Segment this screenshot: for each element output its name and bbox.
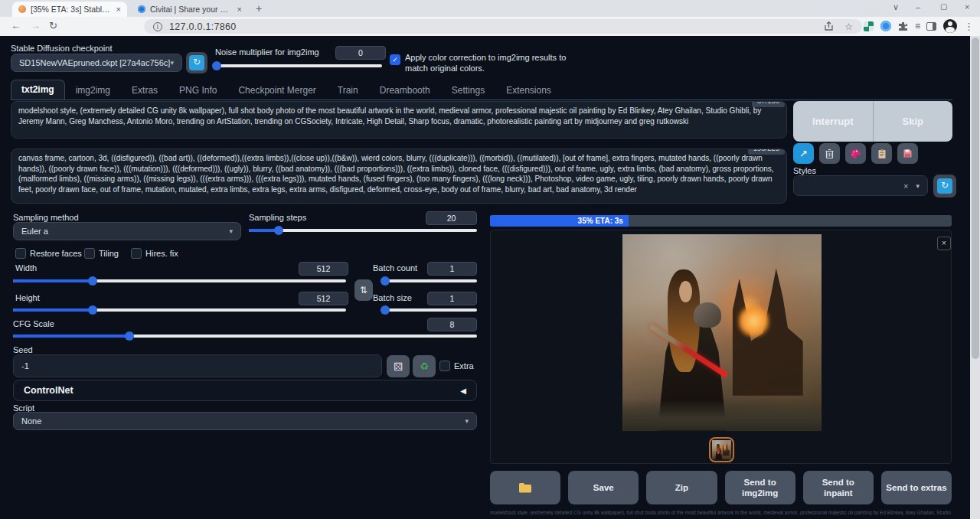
open-folder-button[interactable] bbox=[490, 471, 560, 504]
save-style-button[interactable] bbox=[897, 143, 918, 164]
bookmark-star-icon[interactable]: ☆ bbox=[844, 21, 853, 32]
tab-extras[interactable]: Extras bbox=[121, 81, 168, 100]
batch-size-label: Batch size bbox=[373, 293, 412, 302]
gallery-thumbnail-selected[interactable] bbox=[709, 437, 734, 462]
reading-list-icon[interactable]: ≡ bbox=[915, 21, 920, 31]
share-icon[interactable] bbox=[824, 21, 834, 31]
extension-grid-icon[interactable] bbox=[864, 21, 874, 31]
height-slider[interactable] bbox=[13, 305, 346, 315]
controlnet-accordion[interactable]: ControlNet ◀ bbox=[13, 380, 477, 401]
generated-image[interactable] bbox=[622, 234, 822, 431]
extensions-puzzle-icon[interactable] bbox=[898, 21, 908, 31]
restore-faces-checkbox[interactable] bbox=[15, 248, 26, 259]
tab-png-info[interactable]: PNG Info bbox=[168, 81, 227, 100]
refresh-checkpoint-button[interactable]: ↻ bbox=[186, 52, 207, 73]
batch-size-slider[interactable] bbox=[381, 305, 477, 315]
forward-icon[interactable]: → bbox=[31, 20, 41, 31]
chevron-down-icon: ▾ bbox=[465, 417, 469, 425]
close-icon: × bbox=[942, 239, 946, 247]
prompt-textarea[interactable]: modelshoot style, (extremely detailed CG… bbox=[11, 101, 787, 139]
clear-styles-icon[interactable]: × bbox=[903, 181, 908, 191]
negative-prompt-textarea[interactable]: canvas frame, cartoon, 3d, ((disfigured)… bbox=[11, 149, 787, 204]
window-minimize-button[interactable]: – bbox=[916, 2, 920, 11]
tiling-checkbox[interactable] bbox=[84, 248, 95, 259]
tab-settings[interactable]: Settings bbox=[441, 81, 495, 100]
window-close-button[interactable]: × bbox=[965, 2, 969, 11]
paste-generation-params-button[interactable]: ↗ bbox=[793, 143, 814, 164]
sampling-method-select[interactable]: Euler a ▾ bbox=[13, 222, 241, 240]
swap-width-height-button[interactable]: ⇅ bbox=[354, 279, 373, 301]
collapse-arrow-icon: ◀ bbox=[460, 387, 466, 395]
batch-count-value[interactable]: 1 bbox=[427, 262, 477, 276]
batch-size-value[interactable]: 1 bbox=[427, 292, 477, 305]
scrollbar-thumb[interactable] bbox=[972, 38, 979, 359]
width-value[interactable]: 512 bbox=[299, 262, 348, 276]
new-tab-button[interactable]: + bbox=[256, 2, 262, 15]
tab-dreambooth[interactable]: Dreambooth bbox=[369, 81, 441, 100]
extra-networks-button[interactable] bbox=[845, 143, 866, 164]
tab-close-icon[interactable]: × bbox=[116, 5, 121, 14]
reload-icon[interactable]: ↻ bbox=[49, 20, 57, 31]
color-correction-checkbox[interactable]: ✓ bbox=[390, 54, 400, 65]
cfg-scale-value[interactable]: 8 bbox=[427, 318, 477, 331]
script-select[interactable]: None ▾ bbox=[13, 412, 477, 430]
height-value[interactable]: 512 bbox=[299, 292, 348, 305]
tab-train[interactable]: Train bbox=[327, 81, 369, 100]
close-gallery-button[interactable]: × bbox=[937, 237, 951, 250]
civitai-extension-icon[interactable] bbox=[880, 21, 891, 31]
clear-prompt-button[interactable] bbox=[819, 143, 840, 164]
save-button[interactable]: Save bbox=[568, 471, 639, 504]
sampling-steps-value[interactable]: 20 bbox=[426, 211, 477, 225]
width-slider[interactable] bbox=[13, 276, 346, 286]
checkpoint-select[interactable]: SD15NewVAEpruned.ckpt [27a4ac756c] ▾ bbox=[11, 54, 182, 72]
batch-count-slider[interactable] bbox=[381, 276, 477, 286]
main-tabbar: txt2img img2img Extras PNG Info Checkpoi… bbox=[11, 81, 562, 100]
browser-tab-stable-diffusion[interactable]: [35% ETA: 3s] Stable Diffusion × bbox=[12, 2, 127, 17]
tab-txt2img[interactable]: txt2img bbox=[11, 80, 65, 100]
profile-avatar[interactable] bbox=[943, 19, 957, 33]
chevron-down-icon[interactable]: ▾ bbox=[916, 182, 920, 190]
seed-extra-checkbox[interactable] bbox=[439, 361, 450, 371]
tab-close-icon[interactable]: × bbox=[237, 5, 242, 14]
back-icon[interactable]: ← bbox=[11, 20, 21, 31]
browser-tab-title: [35% ETA: 3s] Stable Diffusion bbox=[31, 5, 112, 14]
styles-select[interactable]: × ▾ bbox=[793, 175, 928, 196]
tab-extensions[interactable]: Extensions bbox=[495, 81, 562, 100]
skip-button[interactable]: Skip bbox=[874, 101, 953, 142]
negative-prompt-token-counter: 198/225 bbox=[748, 149, 785, 155]
reuse-seed-button[interactable]: ♻ bbox=[413, 355, 436, 377]
sampling-method-value: Euler a bbox=[21, 227, 48, 236]
progress-bar: 35% ETA: 3s bbox=[490, 215, 952, 227]
noise-multiplier-slider[interactable] bbox=[215, 61, 382, 70]
page-scrollbar[interactable] bbox=[970, 36, 980, 519]
browser-tab-civitai[interactable]: Civitai | Share your models × bbox=[132, 2, 248, 17]
hires-fix-label: Hires. fix bbox=[145, 249, 178, 258]
address-bar[interactable]: i 127.0.0.1:7860 ☆ bbox=[144, 19, 862, 34]
stable-diffusion-favicon-icon bbox=[18, 5, 26, 13]
seed-label: Seed bbox=[13, 345, 33, 354]
apply-style-button[interactable] bbox=[871, 143, 892, 164]
side-panel-icon[interactable] bbox=[926, 22, 936, 31]
random-seed-button[interactable]: ⚄ bbox=[387, 355, 410, 377]
app-root: [35% ETA: 3s] Stable Diffusion × Civitai… bbox=[0, 0, 980, 519]
noise-multiplier-value[interactable]: 0 bbox=[335, 46, 386, 60]
seed-input[interactable]: -1 bbox=[13, 354, 382, 377]
site-info-icon[interactable]: i bbox=[153, 22, 162, 31]
tab-checkpoint-merger[interactable]: Checkpoint Merger bbox=[227, 81, 326, 100]
prompt-token-counter: 87/150 bbox=[752, 101, 785, 107]
send-to-extras-button[interactable]: Send to extras bbox=[881, 471, 952, 504]
send-to-inpaint-button[interactable]: Send to inpaint bbox=[803, 471, 874, 504]
ground-shadow bbox=[622, 400, 822, 431]
send-to-img2img-button[interactable]: Send to img2img bbox=[725, 471, 795, 504]
refresh-styles-button[interactable]: ↻ bbox=[933, 175, 956, 197]
hires-fix-checkbox[interactable] bbox=[131, 248, 142, 259]
sampling-steps-slider[interactable] bbox=[249, 226, 477, 235]
tab-search-icon[interactable]: ∨ bbox=[893, 2, 899, 12]
cfg-scale-slider[interactable] bbox=[13, 331, 477, 341]
generated-image-canvas bbox=[622, 234, 822, 431]
zip-button[interactable]: Zip bbox=[646, 471, 717, 504]
interrupt-button[interactable]: Interrupt bbox=[793, 101, 874, 142]
tab-img2img[interactable]: img2img bbox=[65, 81, 121, 100]
browser-menu-icon[interactable]: ⋮ bbox=[964, 21, 973, 32]
window-maximize-button[interactable]: ▢ bbox=[940, 2, 947, 11]
